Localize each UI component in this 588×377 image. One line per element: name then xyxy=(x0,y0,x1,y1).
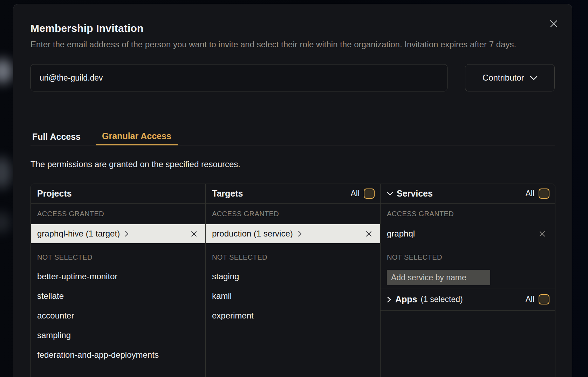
projects-not-selected-list: better-uptime-monitor stellate accounter… xyxy=(31,267,205,365)
invite-form-row: Contributor xyxy=(30,64,555,91)
targets-column: Targets All ACCESS GRANTED production (1… xyxy=(205,184,380,377)
projects-column-header: Projects xyxy=(31,184,205,204)
apps-selected-count: (1 selected) xyxy=(421,295,463,304)
permissions-note: The permissions are granted on the speci… xyxy=(30,159,555,169)
not-selected-label: NOT SELECTED xyxy=(212,254,380,261)
project-item[interactable]: federation-and-app-deployments xyxy=(31,345,205,365)
target-item[interactable]: experiment xyxy=(206,306,380,325)
dialog-title: Membership Invitation xyxy=(30,22,555,34)
remove-icon[interactable] xyxy=(191,231,197,237)
target-item[interactable]: kamil xyxy=(206,286,380,306)
apps-row[interactable]: Apps (1 selected) All xyxy=(381,288,555,311)
background-blur-smudge xyxy=(0,59,13,83)
chevron-right-icon xyxy=(125,231,129,237)
tab-granular-access[interactable]: Granular Access xyxy=(96,128,178,145)
services-column: Services All ACCESS GRANTED graphql NOT … xyxy=(380,184,555,377)
service-row-label: graphql xyxy=(387,229,415,239)
resources-table: Projects ACCESS GRANTED graphql-hive (1 … xyxy=(30,184,555,377)
background-blur-smudge xyxy=(0,212,11,233)
access-granted-label: ACCESS GRANTED xyxy=(387,210,555,218)
projects-header-label: Projects xyxy=(37,188,72,199)
all-label: All xyxy=(525,295,534,304)
remove-icon[interactable] xyxy=(366,231,372,237)
close-icon[interactable] xyxy=(547,18,560,30)
email-input[interactable] xyxy=(30,64,447,91)
role-selected-value: Contributor xyxy=(483,73,524,83)
apps-header-label: Apps xyxy=(395,294,417,304)
chevron-right-icon xyxy=(387,296,391,303)
project-item[interactable]: better-uptime-monitor xyxy=(31,267,205,286)
not-selected-label: NOT SELECTED xyxy=(37,254,205,261)
chevron-down-icon xyxy=(387,192,393,196)
all-label: All xyxy=(350,189,360,198)
all-label: All xyxy=(525,189,534,198)
add-service-input[interactable] xyxy=(387,270,490,285)
services-body: ACCESS GRANTED graphql NOT SELECTED xyxy=(381,204,555,288)
targets-all-group: All xyxy=(350,188,375,199)
project-row-graphql-hive[interactable]: graphql-hive (1 target) xyxy=(31,224,205,243)
access-granted-label: ACCESS GRANTED xyxy=(37,210,205,218)
services-header-label: Services xyxy=(397,188,433,199)
chevron-down-icon xyxy=(530,75,538,81)
access-granted-label: ACCESS GRANTED xyxy=(212,210,380,218)
project-item[interactable]: accounter xyxy=(31,306,205,325)
services-column-header[interactable]: Services All xyxy=(381,184,555,204)
apps-all-group: All xyxy=(525,294,549,304)
dialog-description: Enter the email address of the person yo… xyxy=(30,38,555,51)
tab-full-access[interactable]: Full Access xyxy=(30,128,82,145)
target-row-label: production (1 service) xyxy=(212,229,293,239)
apps-all-checkbox[interactable] xyxy=(539,294,549,304)
service-row-graphql[interactable]: graphql xyxy=(381,224,555,243)
membership-invitation-dialog: Membership Invitation Enter the email ad… xyxy=(13,4,572,377)
role-select[interactable]: Contributor xyxy=(465,64,555,91)
project-item[interactable]: stellate xyxy=(31,286,205,306)
targets-header-label: Targets xyxy=(212,188,243,199)
remove-icon[interactable] xyxy=(539,231,545,237)
targets-all-checkbox[interactable] xyxy=(364,188,375,199)
access-tabs: Full Access Granular Access xyxy=(30,128,555,145)
services-all-checkbox[interactable] xyxy=(539,188,549,199)
background-blur-smudge xyxy=(0,157,12,188)
target-row-production[interactable]: production (1 service) xyxy=(206,224,380,243)
project-item[interactable]: sampling xyxy=(31,325,205,345)
project-row-label: graphql-hive (1 target) xyxy=(37,229,120,239)
targets-column-header: Targets All xyxy=(206,184,380,204)
targets-not-selected-list: staging kamil experiment xyxy=(206,267,380,325)
projects-column: Projects ACCESS GRANTED graphql-hive (1 … xyxy=(31,184,205,377)
not-selected-label: NOT SELECTED xyxy=(387,254,555,261)
chevron-right-icon xyxy=(298,231,302,237)
services-all-group: All xyxy=(525,188,549,199)
target-item[interactable]: staging xyxy=(206,267,380,286)
